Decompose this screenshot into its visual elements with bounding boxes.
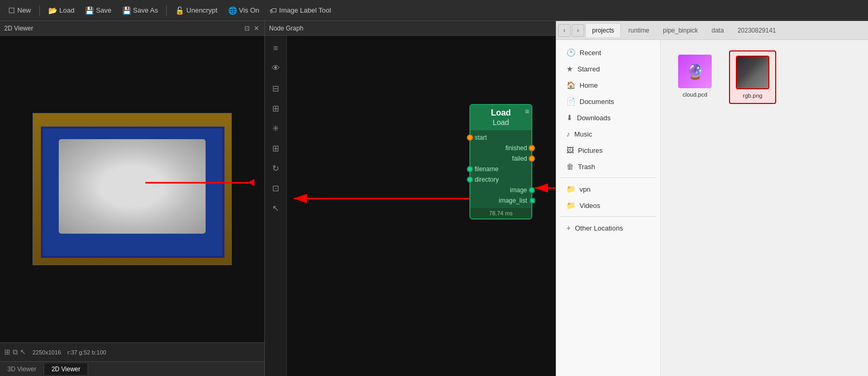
- sidebar-item-starred[interactable]: ★ Starred: [558, 61, 658, 77]
- load-button[interactable]: 📂 Load: [44, 4, 79, 17]
- port-image-label: image: [510, 186, 527, 194]
- tab-forward-btn[interactable]: ›: [572, 24, 584, 37]
- vis-label: Vis On: [239, 6, 260, 14]
- pipe-cluster: [59, 139, 206, 234]
- sidebar-label-videos: Videos: [580, 202, 601, 210]
- viewer-controls: ⊡ ✕: [243, 25, 260, 32]
- port-finished-label: finished: [506, 144, 527, 152]
- maximize-icon[interactable]: ⊡: [243, 25, 251, 32]
- tab-date[interactable]: 20230829141: [731, 24, 782, 37]
- node-title-text: Load: [475, 108, 527, 118]
- node-row-start: start: [470, 132, 531, 143]
- save-label: Save: [96, 6, 112, 14]
- trash-icon: 🗑: [566, 162, 574, 171]
- node-menu-icon[interactable]: ≡: [525, 107, 529, 116]
- image-label-icon: 🏷: [270, 6, 277, 15]
- port-image-right[interactable]: [529, 187, 535, 193]
- layers-icon[interactable]: ⧉: [13, 348, 18, 357]
- sidebar-label-starred: Starred: [577, 65, 600, 73]
- save-icon: 💾: [85, 6, 94, 15]
- node-title: Node Graph: [269, 25, 303, 32]
- sidebar-label-documents: Documents: [580, 98, 614, 106]
- saveas-icon: 💾: [122, 6, 131, 15]
- load-node[interactable]: ≡ Load Load start finished: [469, 104, 532, 220]
- port-directory-label: directory: [475, 176, 499, 183]
- toolbar: ☐ New 📂 Load 💾 Save 💾 Save As 🔓 Unencryp…: [0, 0, 868, 21]
- sidebar-item-documents[interactable]: 📄 Documents: [558, 93, 658, 109]
- port-image-list-label: image_list: [499, 197, 527, 204]
- sidebar-item-music[interactable]: ♪ Music: [558, 126, 658, 142]
- sidebar-item-trash[interactable]: 🗑 Trash: [558, 159, 658, 174]
- tab-2d-viewer[interactable]: 2D Viewer: [44, 363, 88, 375]
- sidebar-item-pictures[interactable]: 🖼 Pictures: [558, 142, 658, 158]
- saveas-button[interactable]: 💾 Save As: [118, 4, 163, 17]
- node-row-image: image: [470, 185, 531, 195]
- tab-runtime[interactable]: runtime: [622, 24, 656, 37]
- refresh-tool[interactable]: ↻: [267, 160, 284, 176]
- sidebar-item-downloads[interactable]: ⬇ Downloads: [558, 110, 658, 126]
- hamburger-tool[interactable]: ≡: [267, 40, 284, 57]
- port-start-left[interactable]: [467, 134, 473, 141]
- node-canvas[interactable]: ≡ 👁 ⊟ ⊞ ✳ ⊞ ↻ ⊡ ↖ ≡ Load Load: [265, 36, 555, 376]
- new-label: New: [17, 6, 31, 14]
- bin-inner: [41, 127, 224, 258]
- port-failed-right[interactable]: [529, 155, 535, 162]
- file-tabs: ‹ › projects runtime pipe_binpick data 2…: [556, 21, 868, 40]
- tab-pipe-binpick[interactable]: pipe_binpick: [657, 24, 704, 37]
- file-area: 🔮 cloud.pcd rgb.png: [661, 40, 868, 376]
- star-icon: ★: [566, 65, 573, 73]
- node-row-failed: failed: [470, 153, 531, 164]
- music-icon: ♪: [566, 130, 570, 138]
- tab-projects[interactable]: projects: [585, 23, 621, 37]
- sidebar-item-other-locations[interactable]: + Other Locations: [558, 220, 658, 236]
- port-image-list-right[interactable]: [530, 198, 535, 203]
- pcd-thumbnail: 🔮: [678, 55, 712, 88]
- close-icon[interactable]: ✕: [253, 25, 260, 32]
- file-item-cloud-pcd[interactable]: 🔮 cloud.pcd: [671, 50, 719, 102]
- node-header: Node Graph: [265, 21, 555, 36]
- eye-tool[interactable]: 👁: [267, 60, 284, 77]
- pictures-icon: 🖼: [566, 146, 574, 154]
- vis-button[interactable]: 🌐 Vis On: [224, 4, 264, 17]
- file-item-rgb-png[interactable]: rgb.png: [729, 50, 776, 104]
- port-finished-right[interactable]: [529, 145, 535, 151]
- expand-tool[interactable]: ✳: [267, 120, 284, 137]
- frame-tool[interactable]: ⊟: [267, 80, 284, 97]
- sidebar-label-other-locations: Other Locations: [575, 224, 623, 232]
- new-button[interactable]: ☐ New: [4, 4, 35, 17]
- unencrypt-label: Unencrypt: [186, 6, 217, 14]
- sidebar-item-home[interactable]: 🏠 Home: [558, 77, 658, 93]
- sidebar-separator: [560, 177, 656, 178]
- port-filename-left[interactable]: [467, 166, 473, 172]
- cursor-tool[interactable]: ↖: [267, 200, 284, 216]
- unencrypt-button[interactable]: 🔓 Unencrypt: [171, 4, 221, 17]
- viewer-image: [33, 113, 232, 265]
- other-locations-icon: +: [566, 224, 571, 232]
- node-panel: Node Graph ≡ 👁 ⊟ ⊞ ✳ ⊞ ↻ ⊡ ↖ ≡ Load Load: [265, 21, 556, 376]
- grid-tool[interactable]: ⊞: [267, 140, 284, 156]
- separator-2: [166, 5, 167, 16]
- tab-back-btn[interactable]: ‹: [558, 24, 571, 37]
- bin-image: [33, 113, 231, 265]
- vis-icon: 🌐: [228, 6, 237, 15]
- sidebar-label-vpn: vpn: [580, 185, 591, 193]
- image-size-info: 2250x1016: [33, 349, 61, 356]
- sidebar-label-home: Home: [580, 81, 598, 89]
- port-directory-left[interactable]: [467, 176, 473, 183]
- sidebar-item-vpn[interactable]: 📁 vpn: [558, 181, 658, 197]
- cursor-icon[interactable]: ↖: [20, 348, 26, 357]
- image-label-button[interactable]: 🏷 Image Label Tool: [265, 4, 335, 17]
- grid-icon[interactable]: ⊞: [4, 348, 10, 357]
- sidebar-item-recent[interactable]: 🕐 Recent: [558, 45, 658, 60]
- file-name-rgb-png: rgb.png: [743, 92, 762, 99]
- tab-3d-viewer[interactable]: 3D Viewer: [0, 363, 44, 375]
- tab-data[interactable]: data: [705, 24, 730, 37]
- save-button[interactable]: 💾 Save: [81, 4, 116, 17]
- node-list-tool[interactable]: ⊞: [267, 100, 284, 117]
- viewer-header: 2D Viewer ⊡ ✕: [0, 21, 264, 36]
- capture-tool[interactable]: ⊡: [267, 180, 284, 196]
- file-name-cloud-pcd: cloud.pcd: [682, 91, 707, 98]
- separator-1: [39, 5, 40, 16]
- port-start-label: start: [475, 134, 487, 141]
- sidebar-item-videos[interactable]: 📁 Videos: [558, 197, 658, 213]
